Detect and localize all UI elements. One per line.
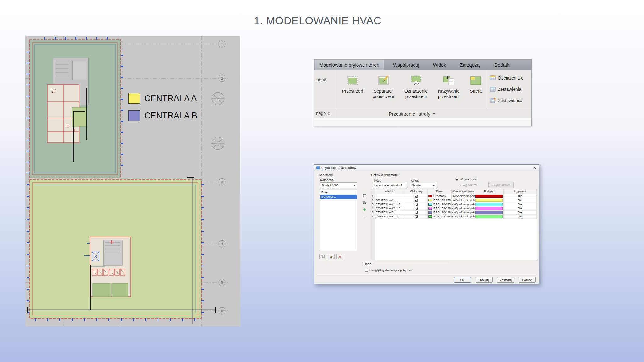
tab-zarzadzaj[interactable]: Zarządzaj	[455, 60, 485, 70]
duplicate-scheme-icon[interactable]	[319, 254, 326, 259]
delete-scheme-icon[interactable]	[336, 254, 343, 259]
separator-przestrzeni-button[interactable]: Separator przestrzeni	[368, 70, 399, 109]
panel-label-strip: Przestrzenie i strefy	[314, 109, 531, 118]
visible-checkbox[interactable]	[415, 195, 418, 198]
pattern-cell: <Wypełnienie pełne>	[452, 206, 475, 210]
value-cell: CENTRALA A2_1.0	[375, 206, 405, 210]
oznaczenie-przestrzeni-label: Oznaczenie przestrzeni	[400, 89, 432, 99]
legend-label-centrala-a: CENTRALA A	[144, 94, 197, 103]
title-label: Tytuł:	[374, 179, 381, 182]
table-tools	[362, 193, 367, 219]
color-name: RGB 128-128-192	[433, 211, 451, 214]
category-value: Strefy HVAC	[322, 184, 338, 187]
visible-checkbox[interactable]	[415, 199, 418, 202]
cancel-button[interactable]: Anuluj	[476, 277, 493, 283]
visible-checkbox[interactable]	[415, 207, 418, 210]
visible-checkbox[interactable]	[415, 211, 418, 214]
tab-modelowanie-brylowe-i-teren[interactable]: Modelowanie bryłowe i teren	[315, 60, 384, 70]
color-select[interactable]: Nazwa	[410, 183, 436, 188]
tab-wspolpracuj[interactable]: Współpracuj	[389, 60, 424, 70]
scheme-title-input[interactable]	[373, 183, 406, 188]
ribbon-panel: ność nego Przestrzeń	[314, 70, 531, 118]
color-cell[interactable]: RGB 128-128-192	[428, 211, 452, 214]
zestawienia-button[interactable]: Zestawienia	[490, 86, 531, 93]
scheme-list: Bmki Schemat 1	[320, 190, 357, 251]
nazywanie-przestrzeni-button[interactable]: Nazywanie przestrzeni	[433, 70, 464, 109]
svg-text:3: 3	[221, 180, 223, 184]
footer-divider	[316, 275, 537, 275]
pattern-cell: <Wypełnienie pełne>	[452, 215, 475, 218]
used-cell: Tak	[504, 198, 537, 202]
pattern-cell: <Wypełnienie pełne>	[452, 194, 475, 198]
floor-plan: 1 2 3 4 5 6	[25, 36, 240, 326]
panel-label-dropdown[interactable]: Przestrzenie i strefy	[338, 109, 486, 118]
space-naming-icon	[442, 74, 455, 87]
visible-checkbox[interactable]	[415, 203, 418, 206]
color-cell[interactable]: Czerwony	[428, 194, 452, 198]
col-header-color: Kolor	[428, 189, 452, 194]
space-tag-icon	[409, 74, 423, 87]
rename-scheme-icon[interactable]	[328, 254, 335, 259]
color-swatch	[428, 203, 432, 206]
ok-button[interactable]: OK	[454, 277, 471, 283]
remove-row-icon[interactable]	[362, 215, 367, 219]
schemes-label: Schematy	[319, 173, 333, 177]
scheme-list-item-selected[interactable]: Schemat 1	[320, 195, 357, 199]
color-name: RGB 128-255-128	[433, 215, 451, 218]
schedule-quantities-icon	[490, 97, 496, 104]
include-linked-checkbox-row: Uwzględnij elementy z połączeń	[365, 268, 412, 272]
loads-icon	[490, 75, 496, 81]
color-cell[interactable]: RGB 128-255-128	[428, 215, 452, 218]
row-number: 4	[370, 206, 375, 210]
by-value-radio[interactable]: Wg wartości	[455, 178, 476, 181]
oznaczenie-przestrzeni-button[interactable]: Oznaczenie przestrzeni	[400, 70, 432, 109]
sort-up-icon[interactable]	[362, 193, 367, 198]
used-cell: Tak	[504, 206, 537, 210]
category-select[interactable]: Strefy HVAC	[320, 182, 357, 188]
tab-dodatki[interactable]: Dodatki	[490, 60, 515, 70]
zestawienie-ilosci-button[interactable]: Zestawienie/	[490, 97, 531, 104]
obciazenia-button[interactable]: Obciążenia c	[490, 74, 531, 81]
przestrzen-button[interactable]: Przestrzeń	[339, 70, 366, 109]
add-row-icon[interactable]	[362, 207, 367, 212]
zestawienie-ilosci-label: Zestawienie/	[498, 98, 523, 103]
scheme-list-item[interactable]: Bmki	[320, 190, 357, 195]
panel-label-text: Przestrzenie i strefy	[389, 111, 430, 117]
color-swatch	[428, 211, 432, 214]
space-icon	[346, 74, 359, 87]
table-row: 3 CENTRALA A1_1.0 RGB 128-255-255 <Wypeł…	[370, 202, 537, 206]
apply-button[interactable]: Zastosuj	[497, 277, 514, 283]
preview-cell	[475, 211, 504, 214]
hatched-circles	[212, 92, 224, 150]
strefa-button[interactable]: Strefa	[466, 70, 486, 109]
preview-bar	[475, 195, 503, 198]
ribbon-side-group: Obciążenia c Zestawienia	[487, 70, 531, 109]
color-cell[interactable]: RGB 255-255-128	[428, 198, 452, 202]
color-cell[interactable]: RGB 128-255-255	[428, 202, 452, 206]
tab-widok[interactable]: Widok	[429, 60, 451, 70]
used-cell: Tak	[504, 215, 537, 218]
ribbon-bottom-strip	[314, 118, 531, 126]
include-linked-label: Uwzględnij elementy z połączeń	[369, 268, 412, 272]
color-cell[interactable]: RGB 255-128-255	[428, 206, 452, 210]
color-name: RGB 255-255-128	[433, 199, 451, 202]
sort-down-icon[interactable]	[362, 200, 367, 205]
strefa-label: Strefa	[470, 89, 481, 94]
edit-color-scheme-dialog: Edytuj schemat kolorów Schematy Kategori…	[314, 164, 539, 284]
preview-cell	[475, 206, 504, 210]
help-button[interactable]: Pomoc	[519, 277, 536, 283]
schedule-icon	[490, 86, 496, 92]
options-label: Opcje	[364, 262, 371, 266]
include-linked-checkbox[interactable]	[365, 269, 368, 272]
preview-bar	[475, 199, 503, 202]
dialog-titlebar[interactable]: Edytuj schemat kolorów	[314, 165, 539, 171]
close-icon[interactable]	[532, 166, 537, 170]
col-header-blank	[370, 189, 375, 194]
svg-text:1: 1	[221, 42, 223, 46]
preview-cell	[475, 202, 504, 206]
row-number: 6	[370, 215, 375, 218]
table-row: 2 CENTRALA A RGB 255-255-128 <Wypełnieni…	[370, 198, 537, 202]
visible-checkbox[interactable]	[415, 215, 418, 218]
preview-cell	[475, 198, 504, 202]
svg-text:6: 6	[221, 309, 223, 313]
